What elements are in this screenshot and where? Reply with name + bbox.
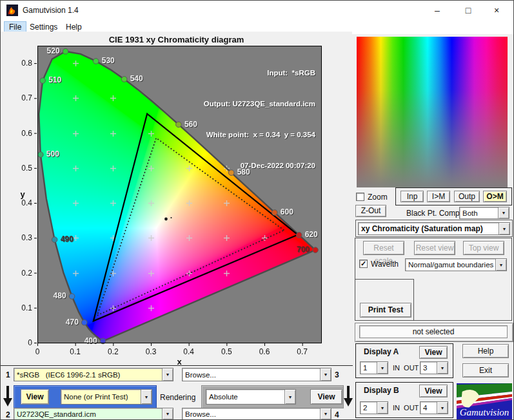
browse-bottom-value: Browse... [183, 410, 320, 418]
display-a-in-select[interactable]: 1 ▼ [360, 361, 388, 374]
chevron-down-icon[interactable]: ▼ [377, 362, 388, 374]
view-input-button[interactable]: View [21, 389, 49, 405]
display-b-in-value: 2 [361, 404, 377, 412]
outp-button[interactable]: Outp [454, 191, 480, 202]
slot2-number: 2 [6, 410, 10, 419]
wavelth-checkbox[interactable] [359, 260, 368, 268]
chart-info-output: Output: U2723QE_standard.icm [204, 99, 315, 109]
display-a-title: Display A [364, 347, 399, 356]
display-b-out-value: 4 [420, 404, 437, 412]
reset-scale-button[interactable]: Reset scale [363, 241, 404, 255]
input-to-monitor-button[interactable]: I>M [427, 191, 450, 202]
close-button[interactable]: × [482, 1, 511, 20]
zoom-checkbox[interactable] [356, 193, 364, 201]
boundaries-value: Normal/gamut boundaries [406, 261, 495, 269]
window-title: Gamutvision 1.4 [23, 6, 79, 15]
slot3-number: 3 [335, 370, 339, 379]
map-type-value: xy Chromaticity (Saturation map) [359, 224, 499, 233]
down-arrow-right-icon [344, 385, 353, 407]
display-b-out-select[interactable]: 4 ▼ [420, 401, 448, 414]
display-a-out-select[interactable]: 3 ▼ [420, 361, 448, 374]
browse-top-select[interactable]: Browse... ▼ [182, 368, 331, 381]
chart-info-whitepoint: White point: x = 0.34 y = 0.354 [204, 129, 315, 140]
rendering-intent-value: Absolute [206, 393, 284, 401]
gamutvision-logo: Gamutvision [457, 383, 512, 419]
chart-info-block: Input: *sRGB Output: U2723QE_standard.ic… [204, 47, 315, 191]
inp-button[interactable]: Inp [400, 191, 424, 202]
rendering-label: Rendering [160, 393, 195, 402]
status-field: not selected [359, 325, 508, 338]
wavelth-checkbox-label: Wavelth [371, 260, 399, 269]
browse-top-value: Browse... [183, 371, 320, 379]
chevron-down-icon[interactable]: ▼ [162, 368, 173, 381]
display-b-title: Display B [364, 386, 399, 395]
pattern-value: None (or Print Test) [61, 393, 141, 401]
slot1-number: 1 [6, 370, 10, 379]
display-a-inout-label: IN OUT [393, 364, 419, 372]
display-a-in-value: 1 [361, 364, 377, 372]
help-button[interactable]: Help [462, 344, 509, 358]
black-pt-comp-label: Black Pt. Comp. [406, 209, 462, 218]
pattern-select[interactable]: None (or Print Test) ▼ [61, 389, 152, 405]
chevron-down-icon[interactable]: ▼ [495, 259, 506, 271]
zoom-checkbox-label: Zoom [368, 193, 388, 202]
app-icon [6, 5, 18, 16]
display-a-view-button[interactable]: View [419, 346, 448, 359]
display-b-inout-label: IN OUT [393, 404, 419, 412]
display-b-view-button[interactable]: View [419, 385, 448, 397]
black-pt-comp-select[interactable]: Both ▼ [459, 207, 509, 219]
view-output-button[interactable]: View [310, 389, 342, 405]
browse-bottom-select[interactable]: Browse... ▼ [182, 408, 331, 420]
title-bar: Gamutvision 1.4 – □ × [1, 1, 513, 20]
chevron-down-icon[interactable]: ▼ [437, 362, 448, 374]
chevron-down-icon[interactable]: ▼ [320, 368, 331, 381]
chevron-down-icon[interactable]: ▼ [141, 390, 152, 404]
display-b-in-select[interactable]: 2 ▼ [360, 401, 388, 414]
chevron-down-icon[interactable]: ▼ [499, 223, 509, 234]
print-test-button[interactable]: Print Test [360, 303, 411, 318]
input-profile-select[interactable]: *sRGB (IEC6 1996-2.1 sRGB) ▼ [14, 368, 173, 381]
app-window: Gamutvision 1.4 – □ × File Settings Help… [0, 0, 514, 420]
slot4-number: 4 [335, 410, 339, 419]
output-profile-select[interactable]: U2723QE_standard.icm ▼ [14, 408, 173, 420]
logo-text: Gamutvision [460, 407, 509, 417]
input-profile-value: *sRGB (IEC6 1996-2.1 sRGB) [14, 371, 162, 379]
chevron-down-icon[interactable]: ▼ [377, 402, 388, 414]
bottom-divider [1, 365, 353, 366]
boundaries-select[interactable]: Normal/gamut boundaries ▼ [405, 258, 507, 271]
chevron-down-icon[interactable]: ▼ [320, 408, 331, 419]
chevron-down-icon[interactable]: ▼ [498, 207, 509, 218]
exit-button[interactable]: Exit [462, 363, 509, 377]
top-view-button[interactable]: Top view [463, 241, 504, 255]
chevron-down-icon[interactable]: ▼ [437, 402, 448, 414]
map-type-select[interactable]: xy Chromaticity (Saturation map) ▼ [358, 222, 510, 235]
reset-view-button[interactable]: Reset view [414, 241, 455, 255]
chart-info-input: Input: *sRGB [204, 68, 315, 78]
down-arrow-left-icon [3, 385, 12, 407]
maximize-button[interactable]: □ [454, 1, 482, 20]
display-a-out-value: 3 [420, 364, 437, 372]
chevron-down-icon[interactable]: ▼ [162, 408, 173, 419]
minimize-button[interactable]: – [423, 1, 451, 20]
rendering-intent-select[interactable]: Absolute ▼ [206, 389, 296, 405]
chart-info-datetime: 07-Dec-2022 00:07:20 [204, 160, 315, 171]
chevron-down-icon[interactable]: ▼ [284, 390, 295, 404]
chart-title: CIE 1931 xy Chromaticity diagram [1, 35, 352, 44]
output-to-monitor-button[interactable]: O>M [483, 191, 507, 202]
z-out-button[interactable]: Z-Out [355, 205, 386, 217]
output-profile-value: U2723QE_standard.icm [14, 410, 162, 418]
gamut-preview-image [357, 37, 508, 187]
black-pt-comp-value: Both [460, 209, 498, 217]
